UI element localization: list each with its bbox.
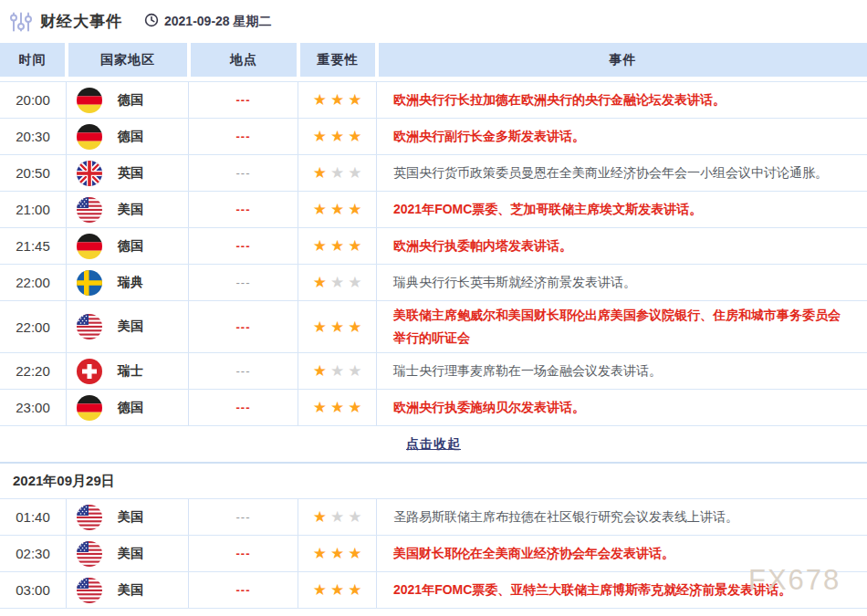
- country-name: 瑞典: [118, 275, 143, 291]
- page-title: 财经大事件: [40, 11, 122, 32]
- event-text: 圣路易斯联储主席布拉德在社区银行研究会议发表线上讲话。: [377, 499, 867, 535]
- star-empty-icon: ★: [330, 363, 344, 379]
- importance-stars: ★★★: [298, 301, 377, 352]
- country-name: 英国: [118, 165, 143, 182]
- event-text: 美国财长耶伦在全美商业经济协会年会发表讲话。: [377, 536, 867, 571]
- country-name: 美国: [118, 582, 143, 599]
- star-filled-icon: ★: [348, 546, 361, 561]
- clock-icon: [144, 13, 159, 31]
- event-time: 21:00: [0, 192, 67, 227]
- star-filled-icon: ★: [313, 319, 327, 335]
- event-location: ---: [189, 265, 298, 300]
- event-country: 美国: [67, 499, 189, 535]
- col-header-importance: 重要性: [300, 43, 375, 77]
- event-time: 02:30: [0, 536, 67, 571]
- event-country: 德国: [67, 119, 189, 154]
- star-filled-icon: ★: [313, 546, 327, 561]
- event-row: 21:00 美国 --- ★★★ 2021年FOMC票委、芝加哥联储主席埃文斯发…: [0, 192, 867, 228]
- event-location: ---: [189, 228, 298, 264]
- star-empty-icon: ★: [330, 165, 344, 181]
- col-header-time: 时间: [0, 43, 65, 77]
- star-filled-icon: ★: [313, 400, 327, 415]
- star-empty-icon: ★: [330, 275, 344, 290]
- star-filled-icon: ★: [348, 319, 361, 335]
- star-filled-icon: ★: [330, 202, 344, 217]
- switzerland-flag-icon: [77, 359, 102, 384]
- importance-stars: ★★★: [298, 536, 377, 571]
- importance-stars: ★★★: [298, 228, 377, 264]
- star-empty-icon: ★: [348, 275, 361, 290]
- event-row: 22:00 美国 --- ★★★ 美联储主席鲍威尔和美国财长耶伦出席美国参议院银…: [0, 301, 867, 353]
- event-text: 欧洲央行执委帕内塔发表讲话。: [377, 228, 867, 264]
- event-country: 瑞士: [67, 353, 189, 389]
- germany-flag-icon: [77, 88, 102, 113]
- star-filled-icon: ★: [330, 319, 344, 335]
- sweden-flag-icon: [77, 270, 102, 296]
- germany-flag-icon: [77, 124, 102, 150]
- event-text: 2021年FOMC票委、亚特兰大联储主席博斯蒂克就经济前景发表讲话。: [377, 572, 867, 608]
- topbar: 财经大事件 2021-09-28 星期二: [0, 0, 867, 43]
- star-filled-icon: ★: [313, 582, 327, 598]
- event-text: 欧洲央行行长拉加德在欧洲央行的央行金融论坛发表讲话。: [377, 82, 867, 118]
- germany-flag-icon: [77, 395, 102, 421]
- star-filled-icon: ★: [313, 238, 327, 254]
- country-name: 德国: [118, 400, 143, 416]
- importance-stars: ★★★: [298, 499, 377, 535]
- event-row: 20:00 德国 --- ★★★ 欧洲央行行长拉加德在欧洲央行的央行金融论坛发表…: [0, 82, 867, 119]
- event-text: 欧洲央行副行长金多斯发表讲话。: [377, 119, 867, 154]
- event-country: 美国: [67, 572, 189, 608]
- usa-flag-icon: [77, 541, 102, 567]
- star-filled-icon: ★: [313, 129, 327, 144]
- star-filled-icon: ★: [330, 582, 344, 598]
- star-empty-icon: ★: [348, 363, 361, 379]
- event-country: 瑞典: [67, 265, 189, 300]
- day2-rows: 01:40 美国 --- ★★★ 圣路易斯联储主席布拉德在社区银行研究会议发表线…: [0, 499, 867, 609]
- importance-stars: ★★★: [298, 192, 377, 227]
- star-filled-icon: ★: [330, 238, 344, 254]
- star-filled-icon: ★: [313, 92, 327, 108]
- importance-stars: ★★★: [298, 265, 377, 300]
- star-filled-icon: ★: [348, 582, 361, 598]
- usa-flag-icon: [77, 197, 102, 223]
- event-row: 23:00 德国 --- ★★★ 欧洲央行执委施纳贝尔发表讲话。: [0, 390, 867, 426]
- star-filled-icon: ★: [348, 400, 361, 415]
- event-country: 德国: [67, 228, 189, 264]
- event-country: 美国: [67, 301, 189, 352]
- event-location: ---: [189, 536, 298, 571]
- importance-stars: ★★★: [298, 155, 377, 191]
- country-name: 德国: [118, 92, 143, 109]
- importance-stars: ★★★: [298, 390, 377, 425]
- event-row: 22:00 瑞典 --- ★★★ 瑞典央行行长英韦斯就经济前景发表讲话。: [0, 265, 867, 301]
- current-date: 2021-09-28 星期二: [144, 13, 272, 31]
- star-filled-icon: ★: [313, 275, 327, 290]
- country-name: 德国: [118, 238, 143, 255]
- event-row: 22:20 瑞士 --- ★★★ 瑞士央行理事麦席勒在一场金融会议发表讲话。: [0, 353, 867, 390]
- event-time: 21:45: [0, 228, 67, 264]
- collapse-row: 点击收起: [0, 426, 867, 464]
- event-time: 20:30: [0, 119, 67, 154]
- germany-flag-icon: [77, 234, 102, 259]
- star-filled-icon: ★: [348, 92, 361, 108]
- event-location: ---: [189, 353, 298, 389]
- event-time: 22:00: [0, 265, 67, 300]
- col-header-location: 地点: [191, 43, 297, 77]
- importance-stars: ★★★: [298, 119, 377, 154]
- event-time: 23:00: [0, 390, 67, 425]
- star-empty-icon: ★: [348, 509, 361, 525]
- star-empty-icon: ★: [348, 165, 361, 181]
- table-header: 时间 国家地区 地点 重要性 事件: [0, 43, 867, 77]
- country-name: 美国: [118, 318, 143, 335]
- event-location: ---: [189, 82, 298, 118]
- importance-stars: ★★★: [298, 572, 377, 608]
- event-location: ---: [189, 301, 298, 352]
- star-filled-icon: ★: [348, 202, 361, 217]
- star-filled-icon: ★: [330, 400, 344, 415]
- event-country: 英国: [67, 155, 189, 191]
- event-text: 瑞士央行理事麦席勒在一场金融会议发表讲话。: [377, 353, 867, 389]
- collapse-link[interactable]: 点击收起: [406, 436, 461, 453]
- event-row: 21:45 德国 --- ★★★ 欧洲央行执委帕内塔发表讲话。: [0, 228, 867, 265]
- star-filled-icon: ★: [330, 129, 344, 144]
- star-empty-icon: ★: [330, 509, 344, 525]
- country-name: 德国: [118, 129, 143, 145]
- event-row: 20:30 德国 --- ★★★ 欧洲央行副行长金多斯发表讲话。: [0, 119, 867, 155]
